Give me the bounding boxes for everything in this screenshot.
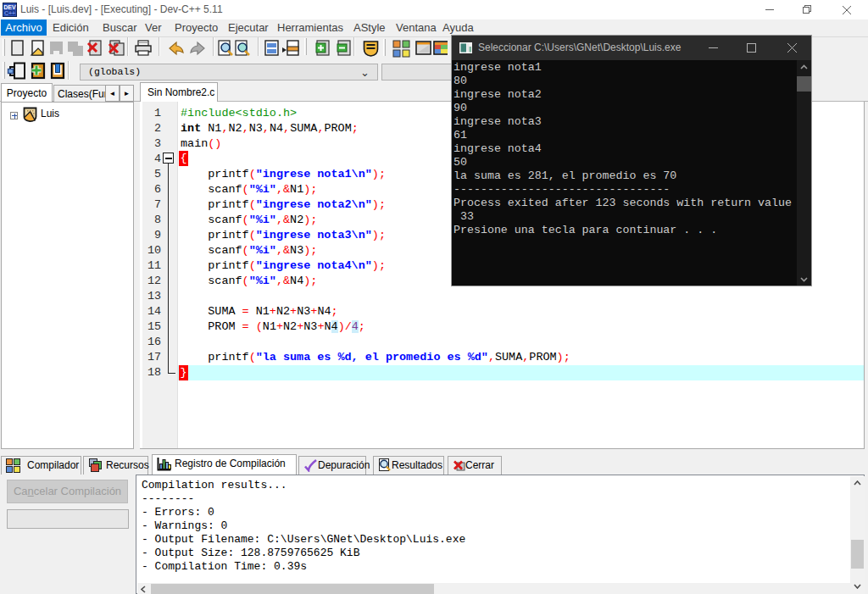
svg-text:DEV: DEV (3, 4, 16, 10)
svg-text:C++: C++ (4, 10, 15, 16)
